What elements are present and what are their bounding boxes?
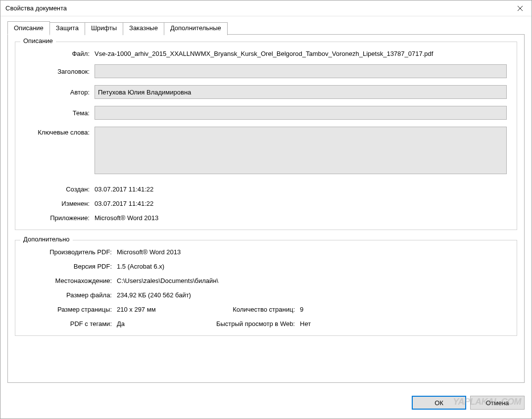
titlebar: Свойства документа [0,0,532,16]
modified-label: Изменен: [25,200,95,207]
row-application: Приложение: Microsoft® Word 2013 [25,214,507,222]
webview-label: Быстрый просмотр в Web: [211,320,300,327]
application-label: Приложение: [25,214,95,222]
modified-value: 03.07.2017 11:41:22 [95,200,507,207]
tab-bar: Описание Защита Шрифты Заказные Дополнит… [7,21,525,34]
tab-security[interactable]: Защита [49,22,85,35]
tab-description[interactable]: Описание [7,21,50,35]
row-tagged-webview: PDF с тегами: Да Быстрый просмотр в Web:… [25,320,507,327]
file-label: Файл: [25,50,95,57]
keywords-input[interactable] [95,127,507,174]
author-input[interactable] [95,85,507,99]
ok-button[interactable]: ОК [412,396,466,410]
author-label: Автор: [25,89,95,96]
subject-label: Тема: [25,109,95,117]
tagged-label: PDF с тегами: [25,320,117,327]
pagesize-label: Размер страницы: [25,306,117,313]
producer-label: Производитель PDF: [25,248,117,256]
row-file: Файл: Vse-za-1000_arhiv_2015_XXALLNWMX_B… [25,50,507,57]
subject-input[interactable] [95,106,507,120]
close-button[interactable] [509,1,532,16]
webview-value: Нет [300,320,311,327]
row-title: Заголовок: [25,64,507,78]
tab-panel-description: Описание Файл: Vse-za-1000_arhiv_2015_XX… [7,34,525,383]
row-filesize: Размер файла: 234,92 КБ (240 562 байт) [25,291,507,299]
title-input[interactable] [95,64,507,78]
dialog-footer: ОК Отмена [0,390,532,419]
close-icon [518,6,523,11]
tagged-value: Да [117,320,125,327]
pagesize-value: 210 x 297 мм [117,306,156,313]
row-subject: Тема: [25,106,507,120]
additional-group: Дополнительно Производитель PDF: Microso… [15,240,517,336]
tab-fonts[interactable]: Шрифты [85,22,123,35]
row-modified: Изменен: 03.07.2017 11:41:22 [25,200,507,207]
row-location: Местонахождение: C:\Users\zales\Document… [25,277,507,284]
row-producer: Производитель PDF: Microsoft® Word 2013 [25,248,507,256]
cancel-button[interactable]: Отмена [470,396,525,410]
tab-custom[interactable]: Заказные [123,22,164,35]
title-label: Заголовок: [25,68,95,75]
row-pagesize-pagecount: Размер страницы: 210 x 297 мм Количество… [25,306,507,313]
filesize-label: Размер файла: [25,291,117,299]
application-value: Microsoft® Word 2013 [95,214,507,222]
description-group: Описание Файл: Vse-za-1000_arhiv_2015_XX… [15,42,517,230]
location-label: Местонахождение: [25,277,117,284]
row-author: Автор: [25,85,507,99]
row-created: Создан: 03.07.2017 11:41:22 [25,186,507,193]
created-label: Создан: [25,186,95,193]
filesize-value: 234,92 КБ (240 562 байт) [117,291,507,299]
producer-value: Microsoft® Word 2013 [117,248,507,256]
keywords-label: Ключевые слова: [25,127,95,136]
file-value: Vse-za-1000_arhiv_2015_XXALLNWMX_Bryansk… [95,50,507,57]
created-value: 03.07.2017 11:41:22 [95,186,507,193]
window-title: Свойства документа [5,4,509,12]
additional-legend: Дополнительно [20,235,73,243]
row-keywords: Ключевые слова: [25,127,507,176]
pagecount-value: 9 [300,306,303,313]
pagecount-label: Количество страниц: [211,306,300,313]
version-value: 1.5 (Acrobat 6.x) [117,263,507,270]
dialog-window: Свойства документа Описание Защита Шрифт… [0,0,532,419]
description-legend: Описание [20,37,56,45]
location-value: C:\Users\zales\Documents\билайн\ [117,277,507,284]
dialog-content: Описание Защита Шрифты Заказные Дополнит… [0,16,532,390]
tab-additional[interactable]: Дополнительные [164,22,228,35]
row-version: Версия PDF: 1.5 (Acrobat 6.x) [25,263,507,270]
version-label: Версия PDF: [25,263,117,270]
